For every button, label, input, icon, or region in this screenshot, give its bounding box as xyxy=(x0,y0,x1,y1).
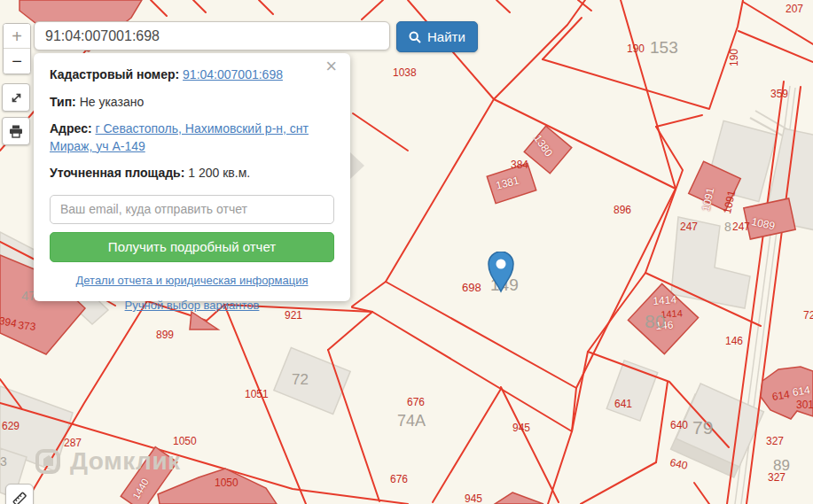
zoom-in-button[interactable]: + xyxy=(4,24,30,49)
ruler-icon xyxy=(12,491,27,504)
type-label: Тип: xyxy=(50,95,76,109)
parcel-info-popup: × Кадастровый номер: 91:04:007001:698 Ти… xyxy=(34,53,350,301)
get-report-button[interactable]: Получить подробный отчет xyxy=(50,232,334,262)
cadastral-number-link[interactable]: 91:04:007001:698 xyxy=(183,67,283,81)
type-row: Тип: Не указано xyxy=(50,94,334,112)
expand-icon xyxy=(10,91,23,105)
email-input[interactable] xyxy=(50,195,334,224)
zoom-control: + − xyxy=(3,23,31,74)
manual-select-link[interactable]: Ручной выбор вариантов xyxy=(50,299,334,312)
cadastral-number-label: Кадастровый номер: xyxy=(50,67,179,81)
zoom-out-button[interactable]: − xyxy=(4,49,30,74)
search-input[interactable] xyxy=(34,21,390,50)
address-label: Адрес: xyxy=(50,121,92,136)
area-value: 1 200 кв.м. xyxy=(188,166,250,180)
search-icon xyxy=(409,31,421,43)
area-row: Уточненная площадь: 1 200 кв.м. xyxy=(50,165,334,182)
close-icon[interactable]: × xyxy=(320,56,342,77)
watermark: Домклик xyxy=(35,447,181,476)
map-pin[interactable] xyxy=(488,252,514,293)
fullscreen-button[interactable] xyxy=(2,83,30,112)
popup-tail xyxy=(350,152,364,179)
print-icon xyxy=(9,125,23,138)
find-button-label: Найти xyxy=(427,29,465,44)
measure-button[interactable] xyxy=(5,484,34,504)
cadastral-number-row: Кадастровый номер: 91:04:007001:698 xyxy=(50,66,334,84)
domclick-logo-icon xyxy=(35,449,62,474)
address-row: Адрес: г Севастополь, Нахимовский р-н, с… xyxy=(50,120,334,155)
print-button[interactable] xyxy=(2,117,30,145)
type-value: Не указано xyxy=(80,95,145,109)
report-details-link[interactable]: Детали отчета и юридическая информация xyxy=(50,274,334,287)
cadastral-map-app: 1038207190153190359384138013818961091109… xyxy=(0,0,813,504)
watermark-text: Домклик xyxy=(70,447,181,476)
find-button[interactable]: Найти xyxy=(396,21,478,52)
area-label: Уточненная площадь: xyxy=(50,166,184,180)
